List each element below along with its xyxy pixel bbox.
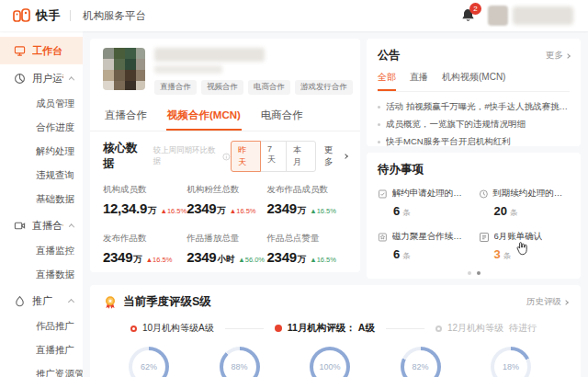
- bullet-dot: [378, 106, 380, 109]
- metric-value: 12,34.9: [103, 200, 147, 216]
- announcements-more-link[interactable]: 更多: [546, 50, 570, 62]
- todo-item-star-renewal[interactable]: 磁力聚星合作续签待... 6条: [378, 231, 469, 262]
- sidebar: 工作台 用户运营 成员管理 合作进度 解约处理 违规查询 基础数据 直播合作: [0, 31, 83, 377]
- sidebar-item-workbench[interactable]: 工作台: [0, 37, 83, 64]
- sidebar-item-promotion-resources[interactable]: 推广资源管理: [0, 362, 83, 377]
- todo-item-renewal-due[interactable]: 到期续约处理的处理... 20条: [479, 188, 571, 219]
- metric-label: 发布作品数: [103, 233, 187, 245]
- sidebar-label: 直播合作: [32, 219, 63, 233]
- sidebar-label: 推广资源管理: [36, 368, 83, 377]
- announcement-list: 活动 拍视频赢千万曝光，#快手达人挑战赛挑战赛0... 成员概览，一览旗下的违规…: [378, 98, 570, 146]
- tag-game: 游戏发行合作: [295, 80, 353, 95]
- sidebar-item-member-management[interactable]: 成员管理: [0, 92, 83, 116]
- sidebar-item-live-promotion[interactable]: 直播推广: [0, 338, 83, 362]
- announcements-title: 公告: [378, 48, 401, 63]
- rating-history-link[interactable]: 历史评级: [526, 296, 568, 308]
- chevron-right-icon: [563, 300, 569, 305]
- notification-bell[interactable]: 2: [461, 8, 475, 24]
- metric-unit: 万: [217, 205, 226, 217]
- rating-timeline: 10月机构等级A级 11月机构评级： A级 12月机构等级 待进行: [103, 322, 568, 335]
- todo-grid: 解约申请处理的处理... 6条 到期续约处理的处理... 20条: [378, 188, 570, 262]
- sidebar-label: 违规查询: [36, 169, 74, 182]
- sidebar-item-work-promotion[interactable]: 作品推广: [0, 314, 83, 338]
- milestone-label: 10月机构等级A级: [142, 322, 214, 335]
- tag-live: 直播合作: [154, 80, 197, 95]
- tab-video-cooperation-mcn[interactable]: 视频合作(MCN): [166, 102, 242, 131]
- sidebar-item-termination[interactable]: 解约处理: [0, 140, 83, 164]
- tab-ecommerce-cooperation[interactable]: 电商合作: [260, 102, 304, 131]
- pagination-dot[interactable]: [468, 271, 471, 275]
- timeline-connector: [386, 328, 424, 329]
- metric-unit: 小时: [217, 254, 234, 266]
- period-month-button[interactable]: 本月: [286, 141, 316, 172]
- todo-unit: 条: [510, 208, 518, 219]
- rating-title: 当前季度评级S级: [123, 294, 211, 310]
- period-7days-button[interactable]: 7天: [260, 141, 287, 172]
- chevron-up-icon: [69, 223, 74, 229]
- app-window: 快手 机构服务平台 2 工作台: [0, 0, 588, 377]
- clock-icon: [479, 188, 489, 200]
- core-data-more-link[interactable]: 更多: [324, 144, 347, 168]
- todo-item-june-bill-confirm[interactable]: 6月账单确认 3条: [479, 231, 571, 262]
- sidebar-item-live-data[interactable]: 直播数据: [0, 263, 83, 287]
- announcement-item[interactable]: 活动 拍视频赢千万曝光，#快手达人挑战赛挑战赛0...: [378, 98, 570, 116]
- metric-member-count: 机构成员数 12,34.9万▲16.5%: [103, 184, 187, 217]
- period-selector: 昨天 7天 本月: [231, 141, 316, 172]
- sidebar-label: 基础数据: [36, 193, 74, 206]
- sidebar-item-basic-data[interactable]: 基础数据: [0, 188, 83, 211]
- announcement-tab-all[interactable]: 全部: [378, 71, 396, 91]
- milestone-dot: [130, 326, 137, 332]
- progress-gauge: 88%: [220, 347, 260, 377]
- milestone-november: 11月机构评级： A级: [275, 322, 375, 335]
- tab-live-cooperation[interactable]: 直播合作: [104, 102, 148, 131]
- gauge-value: 62%: [141, 362, 157, 371]
- chevron-up-icon: [68, 299, 74, 305]
- institution-avatar: [103, 48, 145, 90]
- sidebar-item-live-monitoring[interactable]: 直播监控: [0, 239, 83, 263]
- sidebar-item-promotion[interactable]: 推广: [0, 287, 83, 314]
- brand-divider: [70, 10, 71, 21]
- metric-delta: ▲16.5%: [146, 256, 173, 264]
- user-account[interactable]: [488, 6, 573, 26]
- todo-label: 6月账单确认: [494, 231, 543, 243]
- progress-gauge: 100%: [310, 347, 350, 377]
- sidebar-item-cooperation-progress[interactable]: 合作进度: [0, 116, 83, 140]
- cooperation-tabs: 直播合作 视频合作(MCN) 电商合作: [90, 102, 360, 131]
- todo-pagination: [378, 266, 570, 277]
- period-yesterday-button[interactable]: 昨天: [231, 141, 261, 172]
- sidebar-item-violation-query[interactable]: 违规查询: [0, 164, 83, 188]
- sidebar-item-live-cooperation[interactable]: 直播合作: [0, 211, 83, 239]
- announcement-item[interactable]: 快手MCN服务平台开启机构红利: [378, 133, 570, 146]
- todo-title: 待办事项: [378, 162, 424, 177]
- institution-profile: 直播合作 视频合作 电商合作 游戏发行合作: [90, 39, 360, 98]
- metric-publishing-members: 发布作品成员数 2349万▲16.5%: [267, 184, 347, 217]
- sidebar-label: 成员管理: [36, 97, 74, 110]
- sidebar-label: 工作台: [32, 44, 62, 58]
- announcement-text: 活动 拍视频赢千万曝光，#快手达人挑战赛挑战赛0...: [386, 101, 570, 113]
- document-check-icon: [378, 188, 388, 200]
- gauge-value: 88%: [231, 362, 247, 371]
- metric-delta: ▲16.5%: [160, 207, 187, 215]
- sidebar-item-user-operations[interactable]: 用户运营: [0, 64, 83, 92]
- video-camera-icon: [14, 220, 26, 232]
- kuaishou-logo-icon: [13, 8, 30, 23]
- core-data-section: 核心数据 较上周同期环比数据 昨天 7天 本月: [90, 131, 360, 266]
- rating-gauges: 62% 88% 100% 82% 18%: [103, 347, 568, 377]
- sidebar-label: 直播数据: [36, 268, 74, 281]
- announcement-tab-mcn-video[interactable]: 机构视频(MCN): [442, 71, 505, 91]
- metric-published-works: 发布作品数 2349万▲16.5%: [103, 233, 187, 266]
- metric-unit: 万: [298, 254, 307, 266]
- announcement-item[interactable]: 成员概览，一览旗下的违规情况明细: [378, 116, 570, 133]
- institution-name-redacted: [154, 48, 265, 62]
- todo-label: 到期续约处理的处理...: [492, 188, 570, 200]
- todo-unit: 条: [402, 251, 411, 262]
- main-content: 直播合作 视频合作 电商合作 游戏发行合作 直播合作 视频合作(MCN) 电商合…: [83, 31, 588, 377]
- progress-gauge: 62%: [129, 347, 169, 377]
- pagination-dot[interactable]: [477, 271, 481, 275]
- announcement-tabs: 全部 直播 机构视频(MCN): [378, 71, 570, 92]
- announcement-tab-live[interactable]: 直播: [410, 71, 428, 91]
- todo-item-termination-requests[interactable]: 解约申请处理的处理... 6条: [378, 188, 469, 219]
- user-avatar: [488, 6, 508, 26]
- todo-label: 解约申请处理的处理...: [392, 188, 469, 200]
- sidebar-label: 合作进度: [36, 121, 74, 134]
